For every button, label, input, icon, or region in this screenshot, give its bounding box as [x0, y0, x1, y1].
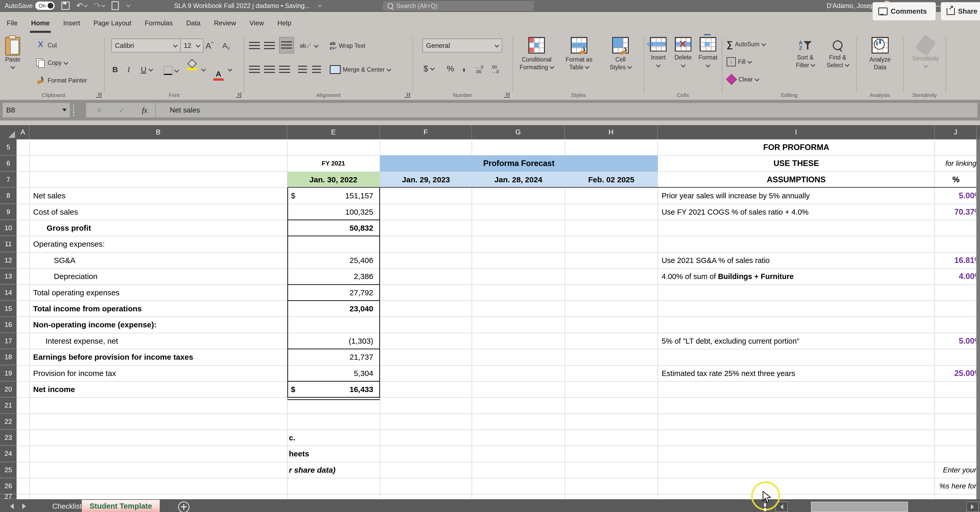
cell-e6[interactable]: FY 2021: [288, 155, 379, 171]
number-format-select[interactable]: General: [422, 38, 502, 52]
new-document-button[interactable]: [111, 1, 119, 10]
column-header-h[interactable]: H: [565, 125, 658, 139]
decrease-decimal-button[interactable]: .00→.0: [491, 62, 499, 77]
sensitivity-button[interactable]: Sensitivity: [909, 37, 942, 67]
workbook-title[interactable]: SLA 9 Workbook Fall 2022 j dadamo • Savi…: [174, 2, 310, 10]
format-as-table-button[interactable]: Format as Table: [560, 37, 598, 71]
cell-e17-value[interactable]: (1,303): [291, 333, 373, 349]
chevron-down-icon[interactable]: [314, 43, 319, 48]
cell-e8-value[interactable]: 151,157: [291, 188, 373, 204]
cell-i8-assumption[interactable]: Prior year sales will increase by 5% ann…: [662, 188, 931, 204]
fill-color-dropdown[interactable]: [199, 62, 205, 77]
column-header-a[interactable]: A: [17, 125, 30, 139]
borders-button[interactable]: [164, 63, 178, 78]
cell-b17[interactable]: Interest expense, net: [46, 333, 118, 349]
cell-b16[interactable]: Non-operating income (expense):: [33, 317, 157, 333]
fill-color-button[interactable]: [187, 60, 197, 70]
chevron-down-icon[interactable]: [811, 62, 815, 67]
cell-i9-assumption[interactable]: Use FY 2021 COGS % of sales ratio + 4.0%: [662, 204, 931, 220]
select-all-button[interactable]: [0, 125, 17, 139]
cell-b9[interactable]: Cost of sales: [33, 204, 78, 220]
cell-j26-note[interactable]: %s here for: [908, 478, 976, 494]
row-header-23[interactable]: 23: [0, 430, 17, 446]
wrap-text-button[interactable]: abc↩ Wrap Text: [330, 38, 365, 53]
formula-bar-grip[interactable]: [73, 105, 74, 116]
row-header-17[interactable]: 17: [0, 333, 17, 349]
ribbon-tab-file[interactable]: File: [0, 12, 24, 34]
chevron-down-icon[interactable]: [387, 67, 391, 71]
font-color-dropdown[interactable]: [226, 62, 232, 77]
cell-j9-pct[interactable]: 70.37%: [898, 204, 980, 220]
row-header-26[interactable]: 26: [0, 478, 17, 494]
fill-button[interactable]: ↓Fill: [727, 55, 751, 69]
cell-e7[interactable]: Jan. 30, 2022: [288, 172, 379, 188]
middle-align-button[interactable]: [264, 38, 275, 53]
search-input[interactable]: Search (Alt+Q): [383, 1, 534, 11]
cell-e12-value[interactable]: 25,406: [291, 252, 373, 268]
cell-b10[interactable]: Gross profit: [46, 220, 91, 236]
top-align-button[interactable]: [249, 38, 260, 53]
row-header-14[interactable]: 14: [0, 285, 17, 301]
italic-button[interactable]: I: [127, 62, 130, 77]
format-cells-button[interactable]: Format: [696, 37, 720, 67]
cell-b15[interactable]: Total income from operations: [33, 301, 142, 317]
column-header-b[interactable]: B: [30, 125, 287, 139]
clipboard-dialog-launcher[interactable]: [96, 92, 102, 98]
row-header-13[interactable]: 13: [0, 268, 17, 285]
chevron-down-icon[interactable]: [754, 76, 759, 81]
ribbon-tab-insert[interactable]: Insert: [56, 12, 87, 34]
autosave-toggle[interactable]: On: [35, 2, 55, 10]
cell-j19-pct[interactable]: 25.00%: [898, 365, 980, 381]
cell-e15-value[interactable]: 23,040: [291, 301, 373, 317]
cell-e13-value[interactable]: 2,386: [291, 268, 373, 284]
row-header-25[interactable]: 25: [0, 462, 17, 478]
align-right-button[interactable]: [279, 62, 290, 77]
font-name-select[interactable]: Calibri: [111, 38, 181, 52]
row-header-24[interactable]: 24: [0, 446, 17, 462]
column-header-e[interactable]: E: [287, 125, 380, 139]
ribbon-tab-help[interactable]: Help: [271, 12, 298, 34]
redo-button[interactable]: ↷: [94, 2, 105, 10]
autosum-button[interactable]: ∑AutoSum: [727, 37, 765, 51]
ribbon-tab-page-layout[interactable]: Page Layout: [87, 12, 138, 34]
row-header-10[interactable]: 10: [0, 220, 17, 236]
alignment-dialog-launcher[interactable]: [404, 92, 410, 98]
row-header-9[interactable]: 9: [0, 204, 17, 220]
cell-b11[interactable]: Operating expenses:: [33, 236, 105, 252]
cell-e20-value[interactable]: 16,433: [291, 381, 373, 398]
chevron-down-icon[interactable]: [681, 63, 686, 67]
copy-button[interactable]: Copy: [36, 55, 68, 70]
chevron-down-icon[interactable]: [62, 109, 67, 114]
insert-function-icon[interactable]: fx: [142, 106, 148, 114]
chevron-down-icon[interactable]: [627, 64, 632, 69]
row-header-18[interactable]: 18: [0, 349, 17, 365]
chevron-down-icon[interactable]: [585, 64, 589, 69]
cell-j8-pct[interactable]: 5.00%: [898, 188, 980, 204]
cut-button[interactable]: Cut: [36, 38, 57, 52]
row-header-15[interactable]: 15: [0, 301, 17, 317]
cell-i12-assumption[interactable]: Use 2021 SG&A % of sales ratio: [662, 252, 931, 268]
row-header-7[interactable]: 7: [0, 172, 17, 188]
column-header-f[interactable]: F: [380, 125, 472, 139]
cell-e9-value[interactable]: 100,325: [291, 204, 373, 220]
cell-b14[interactable]: Total operating expenses: [33, 285, 119, 301]
chevron-down-icon[interactable]: [656, 63, 660, 67]
cell-h7[interactable]: Feb. 02 2025: [565, 172, 657, 188]
cell-j13-pct[interactable]: 4.00%: [898, 268, 980, 284]
accounting-format-button[interactable]: $: [423, 61, 434, 76]
chevron-down-icon[interactable]: [174, 68, 179, 72]
scroll-right-button[interactable]: [966, 502, 979, 512]
cell-g7[interactable]: Jan. 28, 2024: [473, 172, 564, 188]
cell-i19-assumption[interactable]: Estimated tax rate 25% next three years: [662, 365, 931, 381]
sheet-tab-student-template[interactable]: Student Template: [82, 500, 160, 512]
align-left-button[interactable]: [249, 62, 260, 77]
cell-j25-note[interactable]: Enter your: [908, 462, 976, 478]
font-dialog-launcher[interactable]: [236, 92, 241, 98]
bottom-align-button[interactable]: [279, 37, 294, 54]
cell-e18-value[interactable]: 21,737: [291, 349, 373, 365]
align-center-button[interactable]: [264, 62, 275, 77]
comments-button[interactable]: Comments: [872, 2, 936, 21]
ribbon-tab-review[interactable]: Review: [207, 12, 243, 34]
vertical-scrollbar[interactable]: [976, 139, 980, 499]
sheet-area[interactable]: FOR PROFORMA FY 2021 Proforma Forecast U…: [0, 139, 980, 499]
